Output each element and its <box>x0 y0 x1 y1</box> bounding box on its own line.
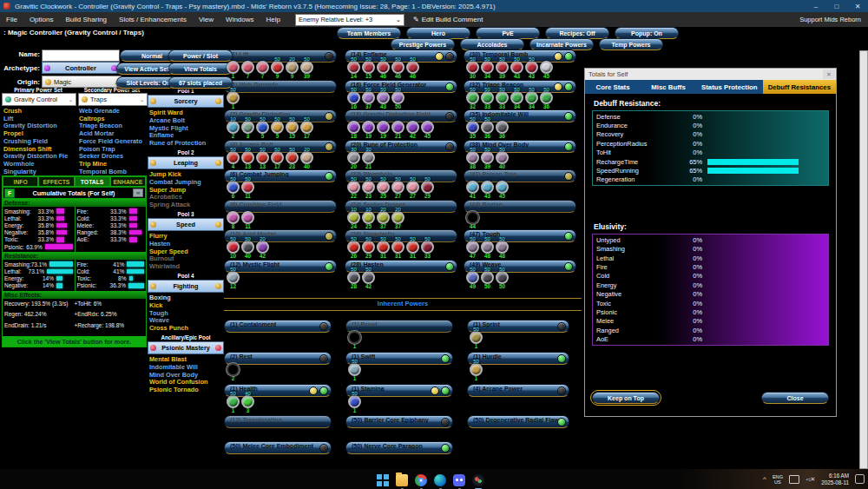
totals-tab-debuff-resistances[interactable]: Debuff Resistances <box>763 80 836 94</box>
enhancement-slot[interactable] <box>496 61 509 74</box>
enhancement-slot[interactable] <box>496 121 509 134</box>
f-button[interactable]: F <box>4 188 15 198</box>
minimize-button[interactable]: – <box>806 0 826 12</box>
enhancement-slot[interactable] <box>362 61 375 74</box>
enhancement-slot[interactable] <box>241 61 254 74</box>
power-slot-mode-button[interactable]: Power / Slot <box>168 50 233 62</box>
enhancement-slot[interactable] <box>406 181 419 194</box>
enhancement-slot[interactable] <box>421 241 434 254</box>
enhancement-slot[interactable] <box>227 363 240 376</box>
keep-on-top-button[interactable]: Keep on Top <box>592 392 660 404</box>
enhancement-slot[interactable] <box>227 395 240 408</box>
taskbar-discord-icon[interactable] <box>453 474 465 486</box>
enhancement-slot[interactable] <box>362 211 375 224</box>
enhancement-slot[interactable] <box>481 241 494 254</box>
vertical-scrollbar[interactable] <box>859 50 868 469</box>
enhancement-slot[interactable] <box>421 121 434 134</box>
enhancement-slot[interactable] <box>241 121 254 134</box>
power-bar-web-grenade[interactable]: (1) Web Grenade <box>224 80 337 93</box>
enhancement-slot[interactable] <box>391 211 404 224</box>
enhancement-slot[interactable] <box>377 121 390 134</box>
enhancement-slot[interactable] <box>470 363 483 376</box>
enhancement-slot[interactable] <box>227 241 240 254</box>
pool-power-cross-punch[interactable]: Cross Punch <box>149 325 224 333</box>
clock[interactable]: 6:16 AM 2025-08-11 <box>821 472 849 486</box>
enhancement-slot[interactable] <box>256 241 269 254</box>
power-bar-degenerative-radial-flawless-inter[interactable]: (50) Degenerative Radial Flawless Inter <box>467 415 569 428</box>
enemy-relative-level-select[interactable]: Enemy Relative Level: +3 ⌄ <box>295 14 404 26</box>
close-button[interactable]: ✕ <box>847 0 868 12</box>
enhancement-slot[interactable] <box>377 91 390 104</box>
close-button[interactable]: Close <box>761 392 829 404</box>
pool-power-psionic-tornado[interactable]: Psionic Tornado <box>149 387 224 394</box>
enhancement-slot[interactable] <box>348 363 361 376</box>
toolbar-button-temp-powers[interactable]: Temp Powers <box>599 38 663 50</box>
enhancement-slot[interactable] <box>300 151 313 164</box>
secondary-set-dropdown[interactable]: Traps ⌄ <box>78 93 148 106</box>
menu-slots-enhancements[interactable]: Slots / Enhancements <box>113 12 193 27</box>
menu-file[interactable]: File <box>0 12 23 27</box>
enhancement-slot[interactable] <box>466 271 479 284</box>
enhancement-slot[interactable] <box>227 121 240 134</box>
pool-power-rune-of-protection[interactable]: Rune of Protection <box>149 140 224 148</box>
enhancement-slot[interactable] <box>391 241 404 254</box>
enhancement-slot[interactable] <box>362 271 375 284</box>
enhancement-slot[interactable] <box>406 121 419 134</box>
enhancement-slot[interactable] <box>348 395 361 408</box>
enhancement-slot[interactable] <box>347 61 360 74</box>
power-bar-barrier-core-epiphany[interactable]: (50) Barrier Core Epiphany <box>345 415 453 428</box>
enhancement-slot[interactable] <box>377 211 390 224</box>
enhancement-slot[interactable] <box>496 151 509 164</box>
pool-header-fighting[interactable]: Fighting <box>148 280 224 293</box>
enhancement-slot[interactable] <box>377 181 390 194</box>
enhancement-slot[interactable] <box>496 181 509 194</box>
enhancement-slot[interactable] <box>227 91 240 104</box>
power-bar-boxing[interactable]: (44) Boxing <box>464 200 576 213</box>
power-bar-melee-core-embodiment[interactable]: (50) Melee Core Embodiment <box>224 441 332 454</box>
enhancement-slot[interactable] <box>286 61 299 74</box>
tab-totals[interactable]: TOTALS <box>75 176 110 187</box>
toolbar-button-popup-on[interactable]: Popup: On <box>615 27 679 39</box>
primary-set-dropdown[interactable]: Gravity Control ⌄ <box>2 93 76 106</box>
archetype-selector[interactable]: Controller <box>42 62 120 74</box>
enhancement-slot[interactable] <box>271 151 284 164</box>
tab-enhance[interactable]: ENHANCE <box>110 176 146 187</box>
enhancement-slot[interactable] <box>377 61 390 74</box>
enhancement-slot[interactable] <box>481 91 494 104</box>
enhancement-slot[interactable] <box>227 151 240 164</box>
enhancement-slot[interactable] <box>227 61 240 74</box>
tab-info[interactable]: INFO <box>3 176 38 187</box>
taskbar-mids-icon[interactable] <box>472 474 484 486</box>
toolbar-button-recipes-off[interactable]: Recipes: Off <box>545 27 609 39</box>
enhancement-slot[interactable] <box>496 271 509 284</box>
enhancement-slot[interactable] <box>362 241 375 254</box>
speaker-muted-icon[interactable]: ◅✕ <box>806 476 815 483</box>
slots-placed-button[interactable]: 67 slots placed <box>168 76 233 89</box>
enhancement-slot[interactable] <box>466 241 479 254</box>
enhancement-slot[interactable] <box>466 151 479 164</box>
origin-selector[interactable]: Magic ⌄ <box>42 76 122 88</box>
toolbar-button-team-members[interactable]: Team Members <box>337 27 401 39</box>
menu-view[interactable]: View <box>193 12 220 27</box>
enhancement-slot[interactable] <box>481 61 494 74</box>
pool-header-psionic-mastery[interactable]: Psionic Mastery <box>148 341 224 354</box>
totals-tab-status-protection[interactable]: Status Protection <box>696 80 763 94</box>
power-bar-arcane-power[interactable]: (4) Arcane Power <box>467 384 569 397</box>
enhancement-slot[interactable] <box>391 91 404 104</box>
enhancement-slot[interactable] <box>241 395 254 408</box>
enhancement-slot[interactable] <box>362 121 375 134</box>
enhancement-slot[interactable] <box>421 181 434 194</box>
power-bar-mystic-flight[interactable]: (12) Mystic Flight <box>224 260 337 273</box>
power-bar-nerve-core-paragon[interactable]: (50) Nerve Core Paragon <box>345 441 453 454</box>
enhancement-slot[interactable] <box>286 121 299 134</box>
pool-power-whirlwind[interactable]: Whirlwind <box>149 263 224 271</box>
language-indicator[interactable]: ENGUS <box>773 474 783 485</box>
tray-chevron-icon[interactable]: ^ <box>763 475 766 483</box>
totals-window-titlebar[interactable]: Totals for Self ✕ <box>585 69 836 80</box>
enhancement-slot[interactable] <box>481 271 494 284</box>
enhancement-slot[interactable] <box>300 61 313 74</box>
toolbar-button-hero[interactable]: Hero <box>406 27 470 39</box>
enhancement-slot[interactable] <box>241 241 254 254</box>
enhancement-slot[interactable] <box>540 61 553 74</box>
close-icon[interactable]: ✕ <box>823 69 835 79</box>
